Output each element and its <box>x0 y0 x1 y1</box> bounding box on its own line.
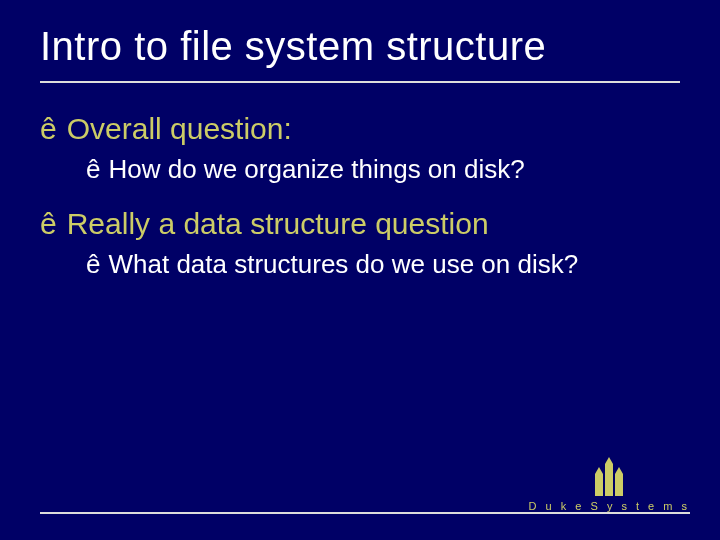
bullet-text: Really a data structure question <box>67 206 489 242</box>
slide-content: ê Overall question: ê How do we organize… <box>0 83 720 280</box>
bullet-level2: ê How do we organize things on disk? <box>86 153 680 186</box>
slide-footer: D u k e S y s t e m s <box>40 512 690 514</box>
bullet-marker: ê <box>40 111 57 147</box>
slide-title: Intro to file system structure <box>0 0 720 77</box>
bullet-marker: ê <box>86 248 100 281</box>
bullet-level2: ê What data structures do we use on disk… <box>86 248 680 281</box>
bullet-level1: ê Really a data structure question <box>40 206 680 242</box>
footer-brand-text: D u k e S y s t e m s <box>529 500 690 512</box>
bullet-marker: ê <box>40 206 57 242</box>
duke-towers-icon <box>595 456 623 496</box>
footer-rule <box>40 512 690 514</box>
bullet-level1: ê Overall question: <box>40 111 680 147</box>
slide: Intro to file system structure ê Overall… <box>0 0 720 540</box>
bullet-text: Overall question: <box>67 111 292 147</box>
bullet-marker: ê <box>86 153 100 186</box>
bullet-text: What data structures do we use on disk? <box>108 248 578 281</box>
bullet-text: How do we organize things on disk? <box>108 153 524 186</box>
footer-brand: D u k e S y s t e m s <box>529 456 690 512</box>
